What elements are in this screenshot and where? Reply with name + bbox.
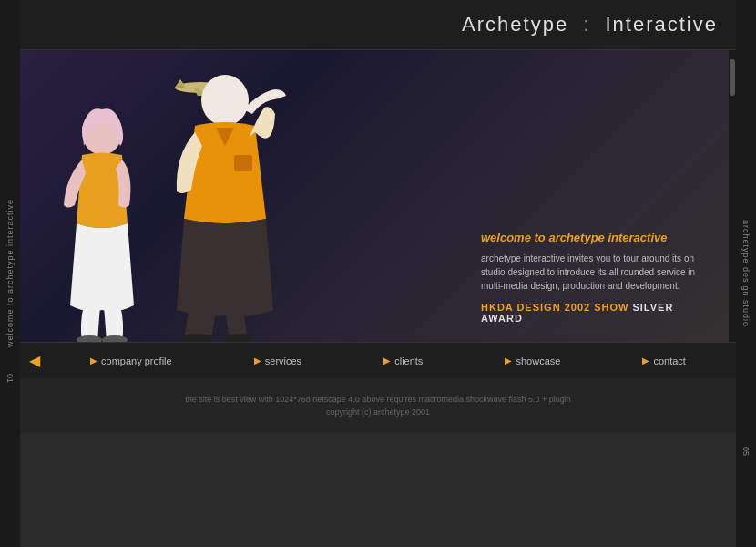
hero-section: welcome to archetype interactive archety… <box>20 50 736 342</box>
nav-services[interactable]: ▶ services <box>254 356 301 366</box>
bottom-area <box>20 433 736 547</box>
nav-label-contact: contact <box>653 356 685 366</box>
footer-line2: copyright (c) archetype 2001 <box>326 408 430 417</box>
header: Archetype : Interactive <box>20 0 736 50</box>
left-sidebar: welcome to archetype interactive 01 <box>0 0 20 547</box>
nav-label-clients: clients <box>394 356 423 366</box>
navbar: ◀ ▶ company profile ▶ services ▶ clients… <box>20 342 736 378</box>
footer-line1: the site is best view with 1024*768 nets… <box>185 395 571 404</box>
nav-arrow-2: ▶ <box>254 356 261 366</box>
svg-point-10 <box>223 334 254 342</box>
hero-text-block: welcome to archetype interactive archety… <box>481 231 718 324</box>
nav-arrow-3: ▶ <box>383 356 391 366</box>
left-sidebar-text: welcome to archetype interactive <box>5 199 15 347</box>
right-sidebar-num: 05 <box>741 447 751 456</box>
svg-point-7 <box>201 75 249 126</box>
nav-label-showcase: showcase <box>516 356 560 366</box>
award-hkda: HKDA DESIGN 2002 SHOW <box>481 302 628 313</box>
right-sidebar: archetype design studio 05 <box>736 0 756 547</box>
svg-rect-8 <box>234 155 252 171</box>
hero-award: HKDA DESIGN 2002 SHOW SILVER AWARD <box>481 302 718 324</box>
nav-arrow-5: ▶ <box>642 356 649 366</box>
nav-contact[interactable]: ▶ contact <box>642 356 685 366</box>
hero-scrollbar[interactable] <box>729 50 736 342</box>
scrollbar-thumb[interactable] <box>730 59 735 96</box>
hero-title: welcome to archetype interactive <box>481 231 718 244</box>
nav-label-company: company profile <box>101 356 172 366</box>
svg-point-6 <box>102 335 128 342</box>
hero-description: archetype interactive invites you to tou… <box>481 252 718 293</box>
interactive-label: Interactive <box>606 13 719 36</box>
nav-items: ▶ company profile ▶ services ▶ clients ▶… <box>49 356 727 366</box>
nav-label-services: services <box>265 356 301 366</box>
nav-company-profile[interactable]: ▶ company profile <box>90 356 172 366</box>
nav-arrow-4: ▶ <box>505 356 512 366</box>
right-sidebar-text: archetype design studio <box>741 220 751 327</box>
footer: the site is best view with 1024*768 nets… <box>20 378 736 433</box>
svg-point-5 <box>77 335 102 342</box>
header-title: Archetype : Interactive <box>462 13 718 36</box>
nav-arrow-1: ▶ <box>90 356 97 366</box>
figure-male <box>138 73 302 342</box>
nav-showcase[interactable]: ▶ showcase <box>505 356 560 366</box>
header-separator: : <box>583 13 590 36</box>
nav-clients[interactable]: ▶ clients <box>383 356 423 366</box>
sound-icon[interactable]: ◀ <box>29 352 40 369</box>
archetype-label: Archetype <box>462 13 568 36</box>
left-sidebar-num: 01 <box>5 374 15 383</box>
main-content: Archetype : Interactive <box>20 0 736 547</box>
